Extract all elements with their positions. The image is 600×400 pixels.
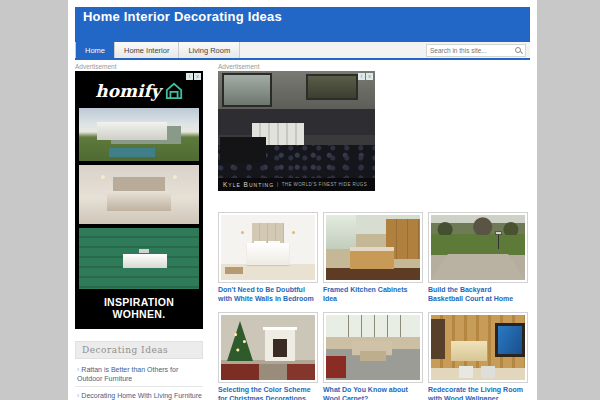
article-title[interactable]: Redecorate the Living Room with Wood Wal… xyxy=(428,386,528,400)
decor-shape xyxy=(222,73,272,107)
ad-close-icon[interactable]: x xyxy=(366,73,373,80)
article-thumbnail[interactable] xyxy=(218,212,318,283)
decor-shape xyxy=(360,351,386,361)
thumbnail-photo-backyard xyxy=(431,215,525,280)
article-wool-carpet[interactable]: What Do You Know about Wool Carpet? xyxy=(323,312,423,400)
ad-info-icon[interactable]: i xyxy=(186,73,193,80)
article-backyard-basketball-court[interactable]: Build the Backyard Basketball Court at H… xyxy=(428,212,528,303)
decor-shape xyxy=(220,137,266,163)
decor-shape xyxy=(107,191,171,211)
article-title[interactable]: What Do You Know about Wool Carpet? xyxy=(323,386,423,400)
decorating-ideas-widget: Decorating Ideas ‹Rattan is Better than … xyxy=(75,341,203,400)
site-title[interactable]: Home Interior Decorating Ideas xyxy=(83,10,293,24)
ad-controls: i x xyxy=(186,73,201,80)
article-title[interactable]: Framed Kitchen Cabinets Idea xyxy=(323,286,423,303)
decor-shape xyxy=(431,319,445,359)
decor-shape xyxy=(326,268,420,280)
homify-ad-tagline: INSPIRATION WOHNEN. xyxy=(79,289,199,326)
decor-shape xyxy=(109,148,155,157)
bullet-arrow-icon: ‹ xyxy=(77,392,79,399)
decor-shape xyxy=(459,366,473,378)
main-nav: Home Home Interior Living Room xyxy=(75,42,530,60)
decor-shape xyxy=(221,364,315,380)
ad-photo-modern-house xyxy=(79,108,199,161)
widget-link-rattan[interactable]: ‹Rattan is Better than Others for Outdoo… xyxy=(75,361,203,387)
content-area: Advertisement i x homify xyxy=(75,60,530,400)
decor-shape xyxy=(350,247,394,269)
widget-link-label[interactable]: Rattan is Better than Others for Outdoor… xyxy=(77,366,178,382)
article-thumbnail[interactable] xyxy=(428,212,528,283)
decor-shape xyxy=(247,243,289,265)
widget-link-furniture-sets[interactable]: ‹Decorating Home With Living Furniture S… xyxy=(75,387,203,400)
nav-tab-home[interactable]: Home xyxy=(75,42,115,58)
decor-shape xyxy=(229,329,251,357)
nav-tab-home-interior[interactable]: Home Interior xyxy=(115,42,179,58)
decor-shape xyxy=(263,327,297,330)
thumbnail-photo-wool-carpet-room xyxy=(326,315,420,380)
homify-logo-text: homify xyxy=(95,81,160,101)
decor-shape xyxy=(336,315,406,337)
article-thumbnail[interactable] xyxy=(428,312,528,383)
sidebar-ad-label: Advertisement xyxy=(75,63,203,70)
decor-shape xyxy=(292,231,295,234)
decor-shape xyxy=(273,339,287,357)
thumbnail-photo-christmas-room xyxy=(221,315,315,380)
decor-shape xyxy=(326,215,356,249)
kyle-brand-name: Kyle Bunting xyxy=(223,181,274,188)
site-header: Home Interior Decorating Ideas xyxy=(75,7,530,42)
kyle-separator: | xyxy=(277,182,279,187)
article-title[interactable]: Build the Backyard Basketball Court at H… xyxy=(428,286,528,303)
main-column: Advertisement i x Kyle Bunting | THE WOR… xyxy=(218,60,530,400)
nav-tab-living-room[interactable]: Living Room xyxy=(179,42,240,58)
search-input[interactable] xyxy=(430,47,515,54)
search-box xyxy=(426,44,526,57)
kyle-bunting-ad-text: Kyle Bunting | THE WORLD'S FINEST HIDE R… xyxy=(218,178,375,191)
decor-shape xyxy=(97,122,167,140)
decor-shape xyxy=(431,368,525,380)
decor-shape xyxy=(326,356,346,378)
decor-shape xyxy=(306,74,358,100)
bullet-arrow-icon: ‹ xyxy=(77,366,79,373)
article-thumbnail[interactable] xyxy=(323,312,423,383)
article-grid: Don't Need to Be Doubtful with White Wal… xyxy=(218,212,530,400)
homify-ad-banner[interactable]: i x homify xyxy=(75,71,203,329)
ad-photo-bedroom xyxy=(79,165,199,224)
article-framed-kitchen-cabinets[interactable]: Framed Kitchen Cabinets Idea xyxy=(323,212,423,303)
ad-close-icon[interactable]: x xyxy=(194,73,201,80)
widget-title: Decorating Ideas xyxy=(75,341,203,359)
decor-shape xyxy=(451,341,487,361)
sidebar: Advertisement i x homify xyxy=(75,60,203,400)
thumbnail-photo-kitchen xyxy=(326,215,420,280)
main-ad-label: Advertisement xyxy=(218,63,530,70)
article-thumbnail[interactable] xyxy=(323,212,423,283)
article-white-walls-bedroom[interactable]: Don't Need to Be Doubtful with White Wal… xyxy=(218,212,318,303)
article-christmas-color-scheme[interactable]: Selecting the Color Scheme for Christmas… xyxy=(218,312,318,400)
widget-link-label[interactable]: Decorating Home With Living Furniture Se… xyxy=(77,392,202,400)
article-title[interactable]: Don't Need to Be Doubtful with White Wal… xyxy=(218,286,318,303)
kyle-tagline: THE WORLD'S FINEST HIDE RUGS xyxy=(282,182,367,187)
ad-photo-bathroom xyxy=(79,228,199,289)
site-container: Home Interior Decorating Ideas Home Home… xyxy=(68,0,537,400)
decor-shape xyxy=(431,217,525,235)
decor-shape xyxy=(123,254,167,268)
ad-controls: i x xyxy=(358,73,373,80)
decor-shape xyxy=(139,249,149,253)
kyle-bunting-ad-banner[interactable]: i x Kyle Bunting | THE WORLD'S FINEST HI… xyxy=(218,71,375,191)
homify-logo: homify xyxy=(79,74,199,108)
widget-link-list: ‹Rattan is Better than Others for Outdoo… xyxy=(75,361,203,400)
decor-shape xyxy=(241,231,244,234)
decor-shape xyxy=(495,323,525,357)
decor-shape xyxy=(101,175,105,179)
decor-shape xyxy=(431,254,525,280)
decor-shape xyxy=(495,231,502,235)
decor-shape xyxy=(225,267,243,274)
article-title[interactable]: Selecting the Color Scheme for Christmas… xyxy=(218,386,318,400)
thumbnail-photo-wood-wallpaper-room xyxy=(431,315,525,380)
decor-shape xyxy=(173,175,177,179)
homify-house-icon xyxy=(165,82,183,100)
thumbnail-photo-white-bedroom xyxy=(221,215,315,280)
article-wood-wallpaper[interactable]: Redecorate the Living Room with Wood Wal… xyxy=(428,312,528,400)
article-thumbnail[interactable] xyxy=(218,312,318,383)
search-icon[interactable] xyxy=(515,47,522,54)
ad-info-icon[interactable]: i xyxy=(358,73,365,80)
